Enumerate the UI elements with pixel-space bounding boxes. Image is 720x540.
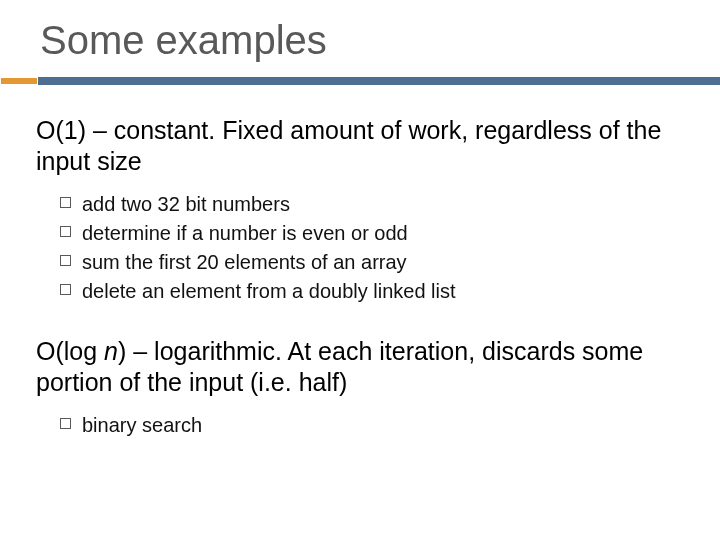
list-item: delete an element from a doubly linked l…: [60, 277, 684, 306]
list-item: sum the first 20 elements of an array: [60, 248, 684, 277]
lead-text: O(log: [36, 337, 104, 365]
slide: Some examples O(1) – constant. Fixed amo…: [0, 0, 720, 540]
list-item: determine if a number is even or odd: [60, 219, 684, 248]
section-lead: O(1) – constant. Fixed amount of work, r…: [36, 115, 684, 176]
rule-bar: [38, 77, 720, 85]
bullet-list: add two 32 bit numbers determine if a nu…: [60, 190, 684, 306]
title-rule: [0, 77, 720, 85]
list-item: binary search: [60, 411, 684, 440]
section-lead: O(log n) – logarithmic. At each iteratio…: [36, 336, 684, 397]
list-item: add two 32 bit numbers: [60, 190, 684, 219]
rule-accent: [0, 77, 38, 85]
lead-italic: n: [104, 337, 118, 365]
lead-text: ) – logarithmic. At each iteration, disc…: [36, 337, 643, 396]
slide-title: Some examples: [36, 18, 684, 63]
spacer: [36, 306, 684, 336]
bullet-list: binary search: [60, 411, 684, 440]
